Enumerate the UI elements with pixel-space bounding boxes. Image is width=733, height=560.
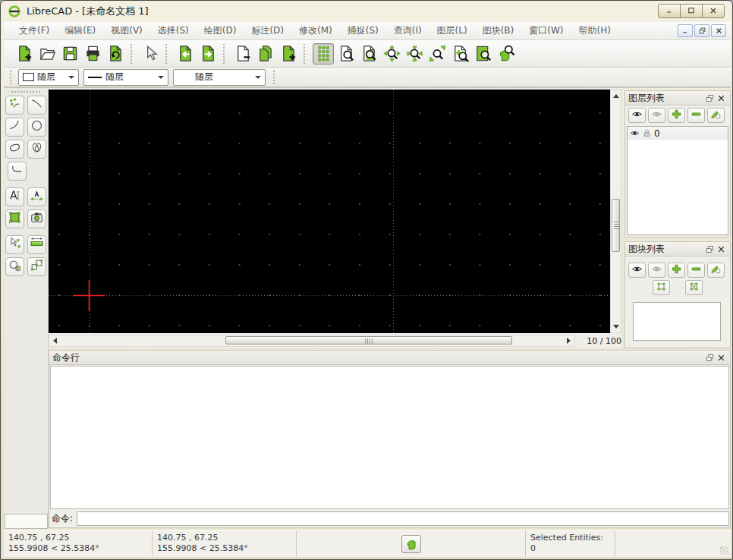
layer-panel-titlebar[interactable]: 图层列表 xyxy=(625,91,730,105)
redraw-button[interactable] xyxy=(335,43,357,64)
command-history[interactable] xyxy=(50,366,729,509)
menu-item-6[interactable]: 修改(M) xyxy=(291,22,340,39)
line-width-select[interactable]: 随层 xyxy=(83,69,168,86)
scroll-up-button[interactable] xyxy=(611,90,621,101)
scroll-right-button[interactable] xyxy=(564,335,574,346)
remove-block-button[interactable] xyxy=(687,263,705,278)
grid-toggle-button[interactable] xyxy=(313,43,334,64)
menu-item-12[interactable]: 帮助(H) xyxy=(571,22,618,39)
mdi-close-button[interactable] xyxy=(711,24,726,37)
menu-item-7[interactable]: 捕捉(S) xyxy=(340,22,386,39)
measure-tool-button[interactable] xyxy=(27,235,46,254)
close-document-button[interactable] xyxy=(232,43,253,64)
layer-visible-eye-icon[interactable] xyxy=(630,128,640,138)
polyline-tool-button[interactable] xyxy=(8,162,27,181)
dimension-tool-button[interactable] xyxy=(27,187,46,206)
open-document-button[interactable] xyxy=(36,43,58,64)
zoom-pan-button[interactable] xyxy=(495,43,516,64)
pointer-select-button[interactable] xyxy=(140,43,161,64)
spline-tool-button[interactable] xyxy=(27,140,46,159)
command-panel-titlebar[interactable]: 命令行 xyxy=(49,351,730,365)
menu-item-3[interactable]: 选择(S) xyxy=(150,22,197,39)
title-bar[interactable]: LibreCAD - [未命名文档 1] xyxy=(1,1,732,22)
zoom-out-arrows-button[interactable] xyxy=(404,43,425,64)
win-maximize-button[interactable] xyxy=(680,4,703,18)
show-all-blocks-button[interactable] xyxy=(628,263,646,278)
zoom-in-arrows-button[interactable] xyxy=(381,43,402,64)
image-tool-button[interactable] xyxy=(27,209,46,228)
add-block-button[interactable] xyxy=(668,263,685,278)
float-panel-icon[interactable] xyxy=(704,352,716,363)
add-layer-button[interactable] xyxy=(668,108,685,123)
drawing-canvas[interactable] xyxy=(49,90,610,333)
save-document-button[interactable] xyxy=(59,43,80,64)
toolbar-handle[interactable] xyxy=(10,71,14,84)
win-close-button[interactable] xyxy=(702,4,725,18)
menu-item-2[interactable]: 视图(V) xyxy=(103,22,150,39)
redo-button[interactable] xyxy=(197,43,219,64)
toolbar-handle[interactable] xyxy=(273,71,277,84)
mdi-restore-button[interactable] xyxy=(694,24,709,37)
close-panel-icon[interactable] xyxy=(716,93,727,104)
remove-layer-button[interactable] xyxy=(687,108,705,123)
float-panel-icon[interactable] xyxy=(704,93,716,104)
menu-item-0[interactable]: 文件(F) xyxy=(11,22,57,39)
block-tool-button[interactable] xyxy=(27,257,46,276)
color-select[interactable]: 随层 xyxy=(18,69,79,86)
hide-all-blocks-button[interactable] xyxy=(648,263,665,278)
new-document-button[interactable] xyxy=(14,43,35,64)
zoom-in-doc-button[interactable] xyxy=(358,43,379,64)
close-panel-icon[interactable] xyxy=(716,352,727,363)
modify-tool-button[interactable] xyxy=(5,235,24,254)
point-tool-button[interactable] xyxy=(5,96,24,115)
layer-row[interactable]: 0 xyxy=(628,127,728,140)
menu-item-10[interactable]: 图块(B) xyxy=(475,22,522,39)
layer-list[interactable]: 0 xyxy=(627,126,728,235)
float-panel-icon[interactable] xyxy=(704,244,716,255)
select-hand-button[interactable] xyxy=(401,535,421,553)
horizontal-scrollbar[interactable] xyxy=(49,335,575,347)
layer-lock-icon[interactable] xyxy=(642,128,652,138)
canvas-area: 10 / 100 xyxy=(49,88,621,348)
horizontal-scroll-thumb[interactable] xyxy=(225,336,512,344)
block-panel-titlebar[interactable]: 图块列表 xyxy=(625,242,730,256)
scroll-down-button[interactable] xyxy=(611,322,621,332)
menu-item-4[interactable]: 绘图(D) xyxy=(197,22,244,39)
menu-item-11[interactable]: 窗口(W) xyxy=(521,22,571,39)
print-document-button[interactable] xyxy=(82,43,103,64)
hide-all-layers-button[interactable] xyxy=(648,108,665,123)
copy-document-button[interactable] xyxy=(255,43,276,64)
arc-tool-button[interactable] xyxy=(5,118,24,137)
zoom-window-button[interactable] xyxy=(472,43,493,64)
vertical-scroll-thumb[interactable] xyxy=(612,199,620,252)
command-input[interactable] xyxy=(77,511,729,526)
menu-item-9[interactable]: 图层(L) xyxy=(429,22,475,39)
insert-block-button[interactable] xyxy=(685,280,703,295)
line-tool-button[interactable] xyxy=(27,96,46,115)
mdi-minimize-button[interactable] xyxy=(678,24,693,37)
ellipse-tool-button[interactable] xyxy=(5,140,24,159)
menu-item-8[interactable]: 查询(I) xyxy=(386,22,429,39)
new-window-button[interactable] xyxy=(278,43,299,64)
vertical-scrollbar[interactable] xyxy=(610,90,621,333)
scroll-left-button[interactable] xyxy=(49,335,60,346)
edit-block-entity-button[interactable] xyxy=(653,280,670,295)
edit-layer-button[interactable] xyxy=(707,108,725,123)
close-panel-icon[interactable] xyxy=(716,244,727,255)
undo-button[interactable] xyxy=(175,43,196,64)
circle-tool-button[interactable] xyxy=(27,118,46,137)
text-tool-button[interactable] xyxy=(5,187,24,206)
block-list[interactable] xyxy=(633,302,721,341)
auto-zoom-button[interactable] xyxy=(426,43,448,64)
info-tool-button[interactable] xyxy=(5,257,24,276)
edit-block-button[interactable] xyxy=(707,263,725,278)
menu-item-1[interactable]: 编辑(E) xyxy=(57,22,103,39)
menu-item-5[interactable]: 标注(D) xyxy=(244,22,291,39)
hatch-tool-button[interactable] xyxy=(5,209,24,228)
dock-handle[interactable] xyxy=(11,91,40,93)
win-minimize-button[interactable] xyxy=(658,4,681,18)
print-preview-button[interactable] xyxy=(105,43,126,64)
show-all-layers-button[interactable] xyxy=(628,108,646,123)
previous-view-button[interactable] xyxy=(449,43,470,64)
line-type-select[interactable]: 随层 xyxy=(173,69,266,86)
